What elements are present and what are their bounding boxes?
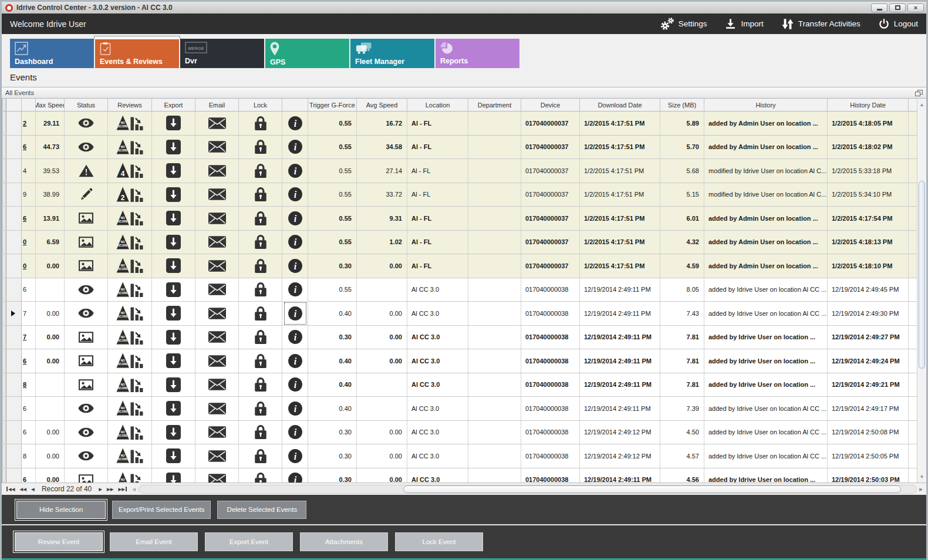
eye-icon[interactable] xyxy=(78,451,94,461)
cell-lock[interactable] xyxy=(239,349,282,373)
email-icon[interactable] xyxy=(208,355,226,367)
cell-lock[interactable] xyxy=(239,183,282,207)
export-icon[interactable] xyxy=(166,282,181,297)
cell-lock[interactable] xyxy=(239,326,282,349)
hscroll-left-icon[interactable]: ◀ xyxy=(129,487,139,492)
review-score-icon[interactable]: NO SCORE xyxy=(116,352,144,370)
event-row[interactable]: 60.00 NO SCORE i0.300.00Al CC 3.00170400… xyxy=(2,421,926,445)
row-selector[interactable] xyxy=(6,349,22,373)
column-header-info[interactable] xyxy=(282,99,308,111)
review-score-icon[interactable]: NO SCORE xyxy=(116,138,144,156)
lock-icon[interactable] xyxy=(255,377,266,392)
cell-reviews[interactable]: NO SCORE xyxy=(108,278,152,302)
cell-info[interactable]: i xyxy=(282,231,308,254)
email-event-button[interactable]: Email Event xyxy=(110,532,198,551)
lock-icon[interactable] xyxy=(255,424,266,440)
cell-status[interactable] xyxy=(65,421,108,444)
cell-email[interactable] xyxy=(195,136,239,159)
email-icon[interactable] xyxy=(208,450,226,462)
cell-status[interactable] xyxy=(65,183,108,207)
cell-status[interactable] xyxy=(65,326,108,349)
cell-email[interactable] xyxy=(195,302,239,325)
info-icon[interactable]: i xyxy=(286,232,305,251)
row-selector[interactable] xyxy=(6,231,22,254)
event-row[interactable]: 06.59 NO SCORE i0.551.02Al - FL017040000… xyxy=(2,231,926,255)
cell-reviews[interactable]: 4 xyxy=(108,159,152,183)
review-score-icon[interactable]: 2 xyxy=(116,185,144,204)
eye-icon[interactable] xyxy=(78,308,94,318)
image-icon[interactable] xyxy=(78,236,94,248)
export-icon[interactable] xyxy=(166,377,181,392)
event-row[interactable]: 613.91 NO SCORE i0.559.31Al - FL01704000… xyxy=(2,207,926,231)
cell-export[interactable] xyxy=(152,159,195,183)
cell-export[interactable] xyxy=(152,136,195,159)
cell-lock[interactable] xyxy=(239,302,282,325)
cell-export[interactable] xyxy=(152,207,195,230)
cell-email[interactable] xyxy=(195,207,239,230)
cell-info[interactable]: i xyxy=(282,373,308,397)
event-row[interactable]: 6 NO SCORE i0.55Al CC 3.001704000003812/… xyxy=(2,278,926,302)
vertical-scroll-thumb[interactable] xyxy=(919,181,925,369)
cell-email[interactable] xyxy=(195,349,239,373)
email-icon[interactable] xyxy=(208,403,226,414)
cell-reviews[interactable]: NO SCORE xyxy=(108,444,152,468)
eye-icon[interactable] xyxy=(78,118,94,128)
column-header-export[interactable]: Export xyxy=(152,99,195,111)
cell-export[interactable] xyxy=(152,183,195,207)
lock-icon[interactable] xyxy=(255,258,266,274)
cell-lock[interactable] xyxy=(239,468,282,483)
event-row[interactable]: 70.00 NO SCORE i0.400.00Al CC 3.00170400… xyxy=(2,302,926,326)
email-icon[interactable] xyxy=(208,117,226,129)
lock-icon[interactable] xyxy=(255,306,266,321)
column-header-email[interactable]: Email xyxy=(195,99,239,111)
row-selector[interactable] xyxy=(6,326,22,349)
column-header-status[interactable]: Status xyxy=(65,99,108,111)
info-icon[interactable]: i xyxy=(286,161,305,180)
cell-email[interactable] xyxy=(195,231,239,254)
info-icon[interactable]: i xyxy=(286,470,305,483)
row-selector[interactable] xyxy=(6,278,22,302)
row-selector[interactable] xyxy=(6,136,22,159)
lock-icon[interactable] xyxy=(255,472,266,483)
review-score-icon[interactable]: NO SCORE xyxy=(116,114,144,132)
horizontal-scrollbar[interactable] xyxy=(139,485,917,494)
column-header-avg[interactable]: Avg Speed xyxy=(357,99,407,111)
transfer-button[interactable]: Transfer Activities xyxy=(781,18,860,31)
export-event-button[interactable]: Export Event xyxy=(205,532,293,551)
lock-icon[interactable] xyxy=(255,211,266,226)
cell-info[interactable]: i xyxy=(282,207,308,230)
hscroll-right-icon[interactable]: ▶ xyxy=(919,487,926,492)
review-score-icon[interactable]: NO SCORE xyxy=(116,328,144,346)
row-selector[interactable] xyxy=(6,183,22,207)
review-event-button[interactable]: Review Event xyxy=(15,532,103,551)
export-icon[interactable] xyxy=(166,448,181,463)
import-button[interactable]: Import xyxy=(724,18,763,30)
eye-icon[interactable] xyxy=(78,427,94,437)
review-score-icon[interactable]: NO SCORE xyxy=(116,376,144,394)
lock-icon[interactable] xyxy=(255,329,266,345)
email-icon[interactable] xyxy=(208,474,226,483)
event-row[interactable]: 60.00 NO SCORE i0.300.00Al CC 3.00170400… xyxy=(2,468,926,483)
email-icon[interactable] xyxy=(208,284,226,295)
record-last-button[interactable]: ▶▶ xyxy=(116,487,130,492)
column-header-dldate[interactable]: Download Date xyxy=(580,99,660,111)
row-selector[interactable] xyxy=(6,444,22,468)
cell-reviews[interactable]: NO SCORE xyxy=(108,349,152,373)
cell-reviews[interactable]: 2 xyxy=(108,183,152,207)
cell-reviews[interactable]: NO SCORE xyxy=(108,231,152,254)
cell-status[interactable] xyxy=(65,159,108,183)
record-next-page-button[interactable]: ▶▶ xyxy=(104,487,116,492)
column-header-max_speed[interactable]: Max Speed xyxy=(36,99,65,111)
cell-info[interactable]: i xyxy=(282,349,308,373)
settings-button[interactable]: Settings xyxy=(660,16,707,31)
cell-info[interactable]: i xyxy=(282,183,308,207)
cell-export[interactable] xyxy=(152,349,195,373)
event-row[interactable]: 80.00 NO SCORE i0.300.00Al CC 3.00170400… xyxy=(2,444,926,468)
info-icon[interactable]: i xyxy=(286,399,305,418)
export-icon[interactable] xyxy=(166,306,181,321)
cell-export[interactable] xyxy=(152,254,195,278)
lock-icon[interactable] xyxy=(255,187,266,202)
cell-email[interactable] xyxy=(195,159,239,183)
info-icon[interactable]: i xyxy=(286,304,305,323)
email-icon[interactable] xyxy=(208,331,226,343)
